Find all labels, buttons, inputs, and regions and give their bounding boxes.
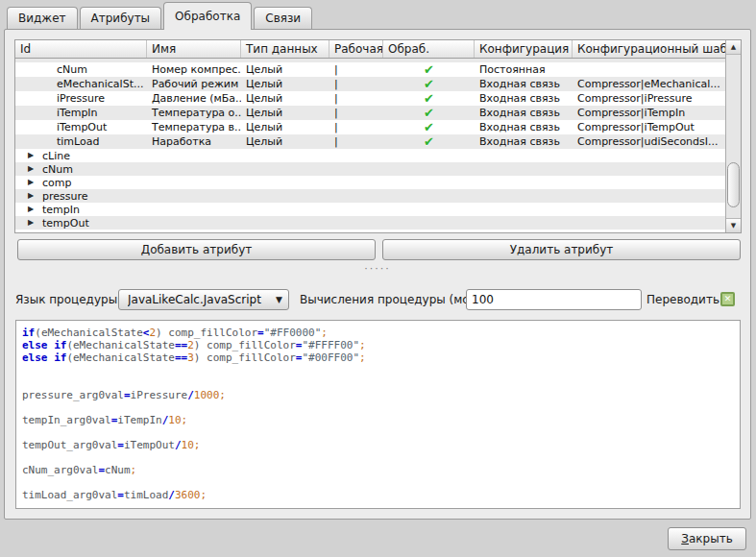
tree-row-tempOut[interactable]: ▶tempOut xyxy=(15,216,725,230)
tab-attributes[interactable]: Атрибуты xyxy=(80,7,162,29)
tree-row-label: tempIn xyxy=(42,204,80,216)
column-header-3[interactable]: Рабочая область xyxy=(329,40,383,58)
cell-6: Compressor|iTempOut xyxy=(573,120,699,134)
tabbar: ВиджетАтрибутыОбработкаСвязи xyxy=(7,2,312,30)
cell-2: Целый xyxy=(241,91,329,106)
column-header-2[interactable]: Тип данных xyxy=(241,40,329,58)
column-header-4[interactable]: Обраб. xyxy=(383,40,475,58)
tree-row-label: timLoad xyxy=(42,230,85,233)
processed-check-icon: ✔ xyxy=(424,93,434,104)
code-line: else if(eMechanicalState==3) comp_fillCo… xyxy=(22,351,734,364)
table-row[interactable]: iTempInТемпература о...Целый|✔Входная св… xyxy=(15,106,725,120)
cell-6: Compressor|iTempIn xyxy=(573,106,690,120)
cell-5: Входная связь xyxy=(475,91,573,106)
attributes-table[interactable]: IdИмяТип данныхРабочая областьОбраб.Конф… xyxy=(14,39,742,233)
cell-0: iPressure xyxy=(15,91,147,106)
expander-icon[interactable]: ▶ xyxy=(28,179,36,186)
processing-tab-panel: IdИмяТип данныхРабочая областьОбраб.Конф… xyxy=(4,29,751,520)
cell-0: eMechanicalSt... xyxy=(15,77,147,91)
cell-1: Наработка xyxy=(147,134,241,149)
translate-label: Переводить: xyxy=(646,293,723,306)
cell-5: Входная связь xyxy=(475,120,573,134)
cell-3: | xyxy=(329,91,383,106)
cell-0: iTempIn xyxy=(15,106,147,120)
code-line xyxy=(22,476,734,489)
cell-1: Номер компрес... xyxy=(147,62,241,77)
column-header-5[interactable]: Конфигурация xyxy=(475,40,573,58)
code-line xyxy=(22,376,734,389)
cell-1: Рабочий режим xyxy=(147,77,241,91)
cell-6: Compressor|udiSecondsI... xyxy=(573,134,723,149)
processed-check-icon: ✔ xyxy=(424,64,434,75)
code-line xyxy=(22,451,734,464)
expander-icon[interactable]: ▶ xyxy=(28,219,36,227)
procedure-code-editor[interactable]: if(eMechanicalState<2) comp_fillColor="#… xyxy=(15,320,741,509)
translate-checkbox[interactable]: ✕ xyxy=(720,292,735,306)
cell-4: ✔ xyxy=(383,134,475,149)
calc-period-input[interactable] xyxy=(466,289,642,310)
tab-widget[interactable]: Виджет xyxy=(7,7,78,29)
cell-4: ✔ xyxy=(383,106,475,120)
table-row[interactable]: timLoadНаработкаЦелый|✔Входная связьComp… xyxy=(15,134,725,149)
tree-row-tempIn[interactable]: ▶tempIn xyxy=(15,203,725,216)
close-button[interactable]: Закрыть xyxy=(668,527,746,550)
expander-icon[interactable]: ▶ xyxy=(28,165,36,173)
procedure-language-value: JavaLikeCalc.JavaScript xyxy=(128,293,276,306)
cell-2: Целый xyxy=(241,134,329,149)
table-scrollbar[interactable]: ▲ ▼ xyxy=(725,40,741,232)
cell-1: Температура о... xyxy=(147,106,241,120)
procedure-language-label: Язык процедуры: xyxy=(15,293,121,306)
add-attribute-button[interactable]: Добавить атрибут xyxy=(17,239,376,260)
column-header-1[interactable]: Имя xyxy=(147,40,241,58)
tree-row-label: comp xyxy=(42,177,71,189)
tab-links[interactable]: Связи xyxy=(254,7,312,29)
table-row[interactable]: iTempOutТемпература в...Целый|✔Входная с… xyxy=(15,120,725,134)
processed-check-icon: ✔ xyxy=(424,108,434,118)
tree-row-pressure[interactable]: ▶pressure xyxy=(15,189,725,203)
scrollbar-up-icon[interactable]: ▲ xyxy=(726,40,741,55)
tree-row-cLine[interactable]: ▶cLine xyxy=(15,149,725,162)
cell-5: Входная связь xyxy=(475,77,573,91)
processed-check-icon: ✔ xyxy=(424,136,434,147)
cell-3: | xyxy=(329,62,383,77)
cell-5: Постоянная xyxy=(475,62,573,77)
column-header-0[interactable]: Id xyxy=(15,40,147,58)
table-row[interactable]: eMechanicalSt...Рабочий режимЦелый|✔Вход… xyxy=(15,77,725,91)
code-line: tempOut_arg0val=iTempOut/10; xyxy=(22,439,734,451)
cell-2: Целый xyxy=(241,120,329,134)
tree-row-timLoad[interactable]: ▶timLoad xyxy=(15,230,725,232)
cell-3: | xyxy=(329,120,383,134)
tree-row-cNum[interactable]: ▶cNum xyxy=(15,162,725,176)
cell-1: Давление (мБа... xyxy=(147,91,241,106)
checkbox-mark-icon: ✕ xyxy=(724,295,732,303)
table-row[interactable]: iPressureДавление (мБа...Целый|✔Входная … xyxy=(15,91,725,106)
scrollbar-down-icon[interactable]: ▼ xyxy=(726,218,741,232)
cell-3: | xyxy=(329,134,383,149)
table-row[interactable]: cNumНомер компрес...Целый|✔Постоянная xyxy=(15,62,725,77)
processed-check-icon: ✔ xyxy=(424,79,434,89)
expander-icon[interactable]: ▶ xyxy=(28,206,36,213)
close-button-mnemonic: З xyxy=(681,532,689,545)
expander-icon[interactable]: ▶ xyxy=(28,152,36,159)
cell-1: Температура в... xyxy=(147,120,241,134)
code-line: cNum_arg0val=cNum; xyxy=(22,464,734,476)
code-line: tempIn_arg0val=iTempIn/10; xyxy=(22,414,734,426)
column-header-6[interactable]: Конфигурационный шаблон xyxy=(573,40,725,58)
delete-attribute-button[interactable]: Удалить атрибут xyxy=(382,239,741,260)
scrollbar-thumb[interactable] xyxy=(727,162,740,207)
tab-processing[interactable]: Обработка xyxy=(163,2,252,30)
attributes-table-header: IdИмяТип данныхРабочая областьОбраб.Конф… xyxy=(15,40,725,59)
calc-period-label: Вычисления процедуры (мс): xyxy=(300,293,477,306)
splitter-handle[interactable]: ····· xyxy=(5,264,750,274)
procedure-language-select[interactable]: JavaLikeCalc.JavaScript ▼ xyxy=(118,289,289,310)
expander-icon[interactable]: ▶ xyxy=(28,192,36,200)
cell-4: ✔ xyxy=(383,91,475,106)
tree-row-label: tempOut xyxy=(42,217,89,230)
cell-2: Целый xyxy=(241,106,329,120)
cell-4: ✔ xyxy=(383,62,475,77)
tree-row-comp[interactable]: ▶comp xyxy=(15,176,725,189)
code-line: if(eMechanicalState<2) comp_fillColor="#… xyxy=(22,327,734,339)
cell-6: Compressor|eMechanical... xyxy=(573,77,725,91)
close-button-label: акрыть xyxy=(689,532,733,545)
widget-properties-window: ВиджетАтрибутыОбработкаСвязи IdИмяТип да… xyxy=(0,0,756,557)
